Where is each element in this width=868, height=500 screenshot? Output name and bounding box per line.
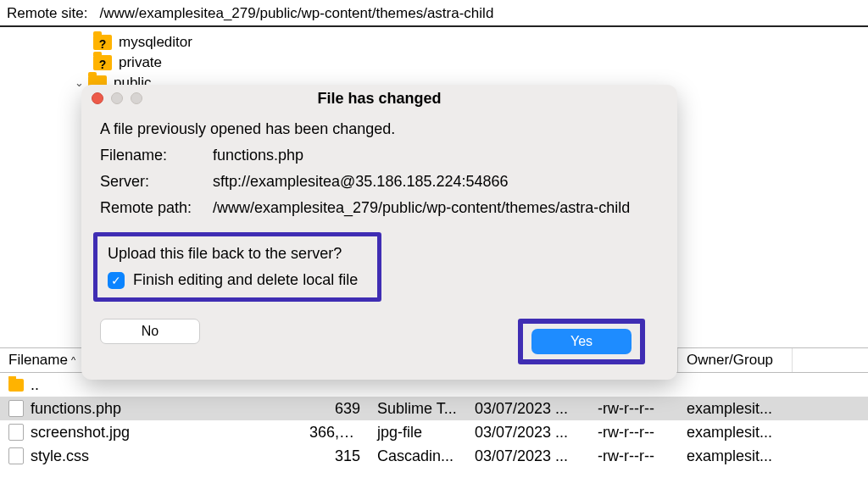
file-changed-dialog: File has changed A file previously opene… bbox=[81, 85, 677, 380]
file-name: .. bbox=[31, 376, 39, 394]
list-item[interactable]: screenshot.jpg 366,434 jpg-file 03/07/20… bbox=[0, 420, 868, 444]
file-perm: -rw-r--r-- bbox=[589, 400, 678, 418]
dialog-message: A file previously opened has been change… bbox=[100, 120, 659, 138]
file-mod: 03/07/2023 ... bbox=[466, 447, 589, 465]
tree-item-mysqleditor[interactable]: mysqleditor bbox=[0, 32, 868, 53]
file-list: .. functions.php 639 Sublime T... 03/07/… bbox=[0, 373, 868, 468]
file-type: Cascadin... bbox=[369, 447, 466, 465]
tree-item-private[interactable]: private bbox=[0, 53, 868, 73]
dialog-body: A file previously opened has been change… bbox=[81, 112, 677, 315]
file-name: screenshot.jpg bbox=[31, 424, 130, 442]
file-name: functions.php bbox=[31, 400, 121, 418]
sort-ascending-icon: ^ bbox=[71, 355, 75, 365]
remote-site-label: Remote site: bbox=[7, 5, 87, 22]
file-perm: -rw-r--r-- bbox=[589, 424, 678, 442]
filename-label: Filename: bbox=[100, 147, 206, 164]
file-mod: 03/07/2023 ... bbox=[466, 400, 589, 418]
remotepath-label: Remote path: bbox=[100, 199, 206, 217]
yes-button[interactable]: Yes bbox=[531, 329, 632, 354]
tree-item-label: mysqleditor bbox=[119, 32, 192, 53]
remotepath-value: /www/examplesitea_279/public/wp-content/… bbox=[213, 199, 630, 217]
upload-prompt-highlight: Upload this file back to the server? ✓ F… bbox=[93, 232, 381, 302]
remote-site-bar: Remote site: /www/examplesitea_279/publi… bbox=[0, 0, 868, 27]
file-owner: examplesit... bbox=[678, 424, 793, 442]
folder-unknown-icon bbox=[93, 35, 112, 50]
file-icon bbox=[8, 400, 24, 417]
file-owner: examplesit... bbox=[678, 447, 793, 465]
upload-question: Upload this file back to the server? bbox=[108, 245, 367, 263]
file-icon bbox=[8, 424, 24, 441]
file-type: Sublime T... bbox=[369, 400, 466, 418]
list-item[interactable]: style.css 315 Cascadin... 03/07/2023 ...… bbox=[0, 444, 868, 468]
yes-button-highlight: Yes bbox=[518, 319, 645, 364]
remote-tree: mysqleditor private ⌄ public bbox=[0, 27, 868, 93]
list-item[interactable]: functions.php 639 Sublime T... 03/07/202… bbox=[0, 397, 868, 420]
remote-site-path-input[interactable]: /www/examplesitea_279/public/wp-content/… bbox=[94, 3, 861, 24]
server-label: Server: bbox=[100, 173, 206, 191]
folder-up-icon bbox=[8, 379, 24, 392]
folder-unknown-icon bbox=[93, 55, 112, 70]
finish-editing-checkbox[interactable]: ✓ bbox=[108, 272, 125, 289]
file-mod: 03/07/2023 ... bbox=[466, 424, 589, 442]
file-type: jpg-file bbox=[369, 424, 466, 442]
file-perm: -rw-r--r-- bbox=[589, 447, 678, 465]
dialog-titlebar: File has changed bbox=[81, 85, 677, 112]
filename-value: functions.php bbox=[213, 147, 303, 164]
finish-editing-checkbox-row[interactable]: ✓ Finish editing and delete local file bbox=[108, 271, 367, 289]
file-icon bbox=[8, 447, 24, 464]
dialog-title: File has changed bbox=[81, 90, 677, 108]
file-owner: examplesit... bbox=[678, 400, 793, 418]
file-size: 315 bbox=[301, 447, 369, 465]
file-size: 639 bbox=[301, 400, 369, 418]
file-name: style.css bbox=[31, 447, 89, 465]
file-size: 366,434 bbox=[301, 424, 369, 442]
server-value: sftp://examplesitea@35.186.185.224:54866 bbox=[213, 173, 509, 191]
finish-editing-label: Finish editing and delete local file bbox=[133, 271, 358, 289]
tree-item-label: private bbox=[119, 53, 162, 73]
no-button[interactable]: No bbox=[100, 319, 200, 344]
column-header-ownergroup[interactable]: Owner/Group bbox=[678, 348, 793, 372]
dialog-buttons: No Yes bbox=[81, 315, 677, 364]
